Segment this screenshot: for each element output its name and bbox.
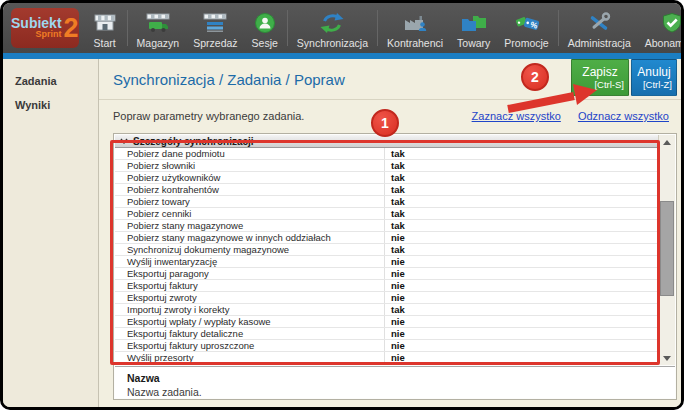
sidebar: Zadania Wyniki — [3, 59, 99, 407]
grid-row-value[interactable]: tak — [385, 244, 658, 255]
grid-row-label: Wyślij inwentaryzację — [115, 256, 385, 267]
grid-row[interactable]: Eksportuj faktury nie — [115, 280, 658, 292]
toolbar-label: Sesje — [252, 37, 278, 49]
grid-row[interactable]: Pobierz dane podmiotu tak — [115, 148, 658, 160]
main-header: Synchronizacja / Zadania / Popraw Zapisz… — [99, 59, 681, 100]
arrow-up-icon — [663, 140, 671, 145]
grid-row-value[interactable]: tak — [385, 208, 658, 219]
toolbar-label: Towary — [457, 37, 490, 49]
grid-row-value[interactable]: nie — [385, 232, 658, 243]
main-toolbar: Subiekt Sprint 2 Start — [3, 3, 681, 53]
grid-row-label: Importuj zwroty i korekty — [115, 304, 385, 315]
help-pane: Nazwa Nazwa zadania. — [115, 366, 675, 398]
deselect-all-link[interactable]: Odznacz wszystko — [578, 110, 669, 122]
settings-panel: Szczegóły synchronizacji Pobierz dane po… — [113, 133, 677, 400]
grid-row-value[interactable]: tak — [385, 184, 658, 195]
grid-row-label: Pobierz stany magazynowe — [115, 220, 385, 231]
grid-row-value[interactable]: tak — [385, 196, 658, 207]
toolbar-item-sesje[interactable]: Sesje — [245, 3, 285, 53]
grid-row-value[interactable]: tak — [385, 220, 658, 231]
toolbar-label: Abonament — [645, 37, 684, 49]
toolbar-item-sprzedaz[interactable]: Sprzedaż — [186, 3, 244, 53]
toolbar-item-magazyn[interactable]: Magazyn — [130, 3, 187, 53]
grid-row[interactable]: Pobierz użytkowników tak — [115, 172, 658, 184]
toolbar-item-kontrahenci[interactable]: Kontrahenci — [380, 3, 450, 53]
grid-row[interactable]: Pobierz cenniki tak — [115, 208, 658, 220]
grid-row[interactable]: Synchronizuj dokumenty magazynowe tak — [115, 244, 658, 256]
grid-row-value[interactable]: nie — [385, 268, 658, 279]
toolbar-label: Magazyn — [137, 37, 180, 49]
grid-row-label: Synchronizuj dokumenty magazynowe — [115, 244, 385, 255]
grid-row[interactable]: Eksportuj wpłaty / wypłaty kasowe nie — [115, 316, 658, 328]
scroll-down-button[interactable] — [659, 351, 675, 365]
arrow-down-icon — [663, 356, 671, 361]
grid-row[interactable]: Wyślij inwentaryzację nie — [115, 256, 658, 268]
toolbar-item-administracja[interactable]: Administracja — [561, 3, 638, 53]
sidebar-item-wyniki[interactable]: Wyniki — [3, 93, 98, 117]
grid-row-label: Pobierz cenniki — [115, 208, 385, 219]
grid-row[interactable]: Pobierz kontrahentów tak — [115, 184, 658, 196]
promotions-tags-icon: % — [514, 11, 540, 35]
logo-text-sprint: Sprint — [36, 30, 62, 39]
scroll-up-button[interactable] — [659, 135, 675, 149]
select-all-link[interactable]: Zaznacz wszystko — [472, 110, 561, 122]
grid-row-value[interactable]: nie — [385, 256, 658, 267]
admin-tools-icon — [586, 11, 612, 35]
grid-row-label: Eksportuj faktury detaliczne — [115, 328, 385, 339]
grid-group-header[interactable]: Szczegóły synchronizacji — [115, 135, 658, 148]
grid-row-label: Pobierz użytkowników — [115, 172, 385, 183]
help-title: Nazwa — [127, 372, 663, 384]
grid-row[interactable]: Wyślij przesorty nie — [115, 352, 658, 364]
grid-group-title: Szczegóły synchronizacji — [133, 136, 254, 147]
grid-row[interactable]: Eksportuj faktury detaliczne nie — [115, 328, 658, 340]
cancel-button[interactable]: Anuluj [Ctrl-Z] — [631, 59, 677, 96]
grid-row-label: Pobierz dane podmiotu — [115, 148, 385, 159]
goods-folders-icon — [461, 11, 487, 35]
grid-row-value[interactable]: tak — [385, 148, 658, 159]
app-window: Subiekt Sprint 2 Start — [0, 0, 684, 410]
save-button[interactable]: Zapisz [Ctrl-S] — [571, 59, 629, 96]
toolbar-item-promocje[interactable]: % Promocje — [497, 3, 555, 53]
grid-row-value[interactable]: nie — [385, 328, 658, 339]
grid-row[interactable]: Eksportuj paragony nie — [115, 268, 658, 280]
toolbar-item-synchronizacja[interactable]: Synchronizacja — [290, 3, 375, 53]
grid-row-value[interactable]: nie — [385, 316, 658, 327]
grid-row[interactable]: Eksportuj faktury uproszczone nie — [115, 340, 658, 352]
grid-row[interactable]: Importuj zwroty i korekty tak — [115, 304, 658, 316]
grid-row[interactable]: Pobierz towary tak — [115, 196, 658, 208]
main-area: Synchronizacja / Zadania / Popraw Zapisz… — [99, 59, 681, 407]
toolbar-item-abonament[interactable]: Abonament — [638, 3, 684, 53]
vertical-scrollbar[interactable] — [658, 135, 675, 365]
subscription-shield-icon — [660, 11, 684, 35]
grid-row-value[interactable]: tak — [385, 304, 658, 315]
toolbar-label: Synchronizacja — [297, 37, 368, 49]
grid-row[interactable]: Pobierz stany magazynowe w innych oddzia… — [115, 232, 658, 244]
grid-row-value[interactable]: nie — [385, 280, 658, 291]
page-title: Synchronizacja / Zadania / Popraw — [113, 71, 345, 88]
warehouse-truck-icon — [145, 11, 171, 35]
grid-row-value[interactable]: nie — [385, 352, 658, 363]
toolbar-separator — [558, 10, 559, 46]
grid-row-label: Pobierz towary — [115, 196, 385, 207]
app-logo: Subiekt Sprint 2 — [11, 8, 79, 48]
grid-row-value[interactable]: nie — [385, 340, 658, 351]
grid-row-label: Eksportuj wpłaty / wypłaty kasowe — [115, 316, 385, 327]
grid-row-value[interactable]: nie — [385, 292, 658, 303]
toolbar-label: Administracja — [568, 37, 631, 49]
grid-row[interactable]: Pobierz stany magazynowe tak — [115, 220, 658, 232]
grid-row-label: Eksportuj faktury uproszczone — [115, 340, 385, 351]
toolbar-item-start[interactable]: Start — [85, 3, 125, 53]
cancel-button-label: Anuluj — [637, 66, 670, 79]
toolbar-item-towary[interactable]: Towary — [450, 3, 497, 53]
grid-row[interactable]: Pobierz słowniki tak — [115, 160, 658, 172]
sidebar-item-zadania[interactable]: Zadania — [3, 69, 98, 93]
grid-row-value[interactable]: tak — [385, 172, 658, 183]
scrollbar-track[interactable] — [659, 149, 675, 351]
sync-property-grid: Szczegóły synchronizacji Pobierz dane po… — [115, 135, 658, 365]
contractors-icon — [402, 11, 428, 35]
grid-row[interactable]: Eksportuj zwroty nie — [115, 292, 658, 304]
grid-row-value[interactable]: tak — [385, 160, 658, 171]
grid-row-label: Wyślij przesorty — [115, 352, 385, 363]
toolbar-label: Kontrahenci — [387, 37, 443, 49]
scrollbar-thumb[interactable] — [660, 201, 674, 296]
